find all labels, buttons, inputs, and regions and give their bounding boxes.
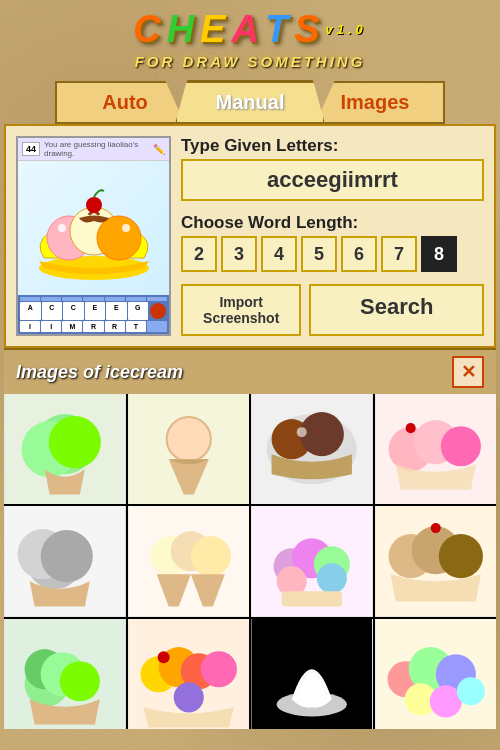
- length-btn-8[interactable]: 8: [421, 236, 457, 272]
- delete-key: [150, 303, 166, 319]
- svg-rect-41: [282, 592, 342, 607]
- length-btn-7[interactable]: 7: [381, 236, 417, 272]
- drawing-preview: 44 You are guessing liaoliao's drawing. …: [16, 136, 171, 336]
- grid-image-8[interactable]: [375, 506, 497, 616]
- grid-image-9[interactable]: [4, 619, 126, 729]
- grid-image-7[interactable]: [251, 506, 373, 616]
- letters-label: Type Given Letters:: [181, 136, 484, 201]
- app-subtitle: FOR DRAW SOMETHING: [0, 53, 500, 70]
- header: CHEATS v1.0 FOR DRAW SOMETHING: [0, 0, 500, 74]
- svg-point-67: [456, 677, 484, 705]
- screenshot-button[interactable]: Import Screenshot: [181, 284, 301, 336]
- svg-point-57: [173, 682, 203, 712]
- length-btn-5[interactable]: 5: [301, 236, 337, 272]
- grid-image-5[interactable]: [4, 506, 126, 616]
- images-header: Images of icecream ✕: [4, 348, 496, 394]
- images-title: Images of icecream: [16, 362, 183, 383]
- app-title: CHEATS v1.0: [0, 8, 500, 51]
- svg-point-13: [49, 416, 101, 468]
- svg-point-56: [200, 651, 236, 687]
- guess-text: You are guessing liaoliao's drawing.: [40, 140, 153, 158]
- grid-image-12[interactable]: [375, 619, 497, 729]
- controls-panel: Type Given Letters: Choose Word Length: …: [181, 136, 484, 336]
- drawing-area: [18, 161, 169, 295]
- preview-keyboard: A C C E E G I I M R R T: [18, 295, 169, 334]
- length-btn-2[interactable]: 2: [181, 236, 217, 272]
- svg-point-25: [440, 426, 480, 466]
- length-btn-4[interactable]: 4: [261, 236, 297, 272]
- svg-point-9: [122, 224, 130, 232]
- length-btn-3[interactable]: 3: [221, 236, 257, 272]
- svg-point-30: [41, 531, 93, 583]
- word-length-section: Choose Word Length: 2 3 4 5 6 7 8: [181, 213, 484, 272]
- svg-point-20: [300, 412, 344, 456]
- grid-image-10[interactable]: [128, 619, 250, 729]
- svg-point-46: [430, 524, 440, 534]
- svg-point-51: [60, 661, 100, 701]
- grid-image-3[interactable]: [251, 394, 373, 504]
- score-badge: 44: [22, 142, 40, 156]
- svg-point-26: [405, 423, 415, 433]
- length-buttons: 2 3 4 5 6 7 8: [181, 236, 484, 272]
- svg-point-7: [86, 197, 102, 213]
- tab-bar: Auto Manual Images: [0, 80, 500, 124]
- svg-point-8: [58, 224, 66, 232]
- pencil-icon: ✏️: [153, 144, 165, 155]
- grid-image-2[interactable]: [128, 394, 250, 504]
- tab-manual[interactable]: Manual: [175, 80, 325, 124]
- search-button[interactable]: Search: [309, 284, 484, 336]
- svg-point-58: [157, 651, 169, 663]
- main-panel: 44 You are guessing liaoliao's drawing. …: [4, 124, 496, 348]
- svg-point-40: [317, 564, 347, 594]
- grid-image-1[interactable]: [4, 394, 126, 504]
- letters-input[interactable]: [181, 159, 484, 201]
- length-btn-6[interactable]: 6: [341, 236, 377, 272]
- grid-image-11[interactable]: [251, 619, 373, 729]
- tab-auto[interactable]: Auto: [55, 81, 185, 124]
- action-buttons: Import Screenshot Search: [181, 284, 484, 336]
- svg-point-34: [190, 537, 230, 577]
- image-grid: [4, 394, 496, 729]
- tab-images[interactable]: Images: [315, 81, 445, 124]
- grid-image-4[interactable]: [375, 394, 497, 504]
- preview-header: 44 You are guessing liaoliao's drawing. …: [18, 138, 169, 161]
- images-section: Images of icecream ✕: [4, 348, 496, 729]
- svg-point-45: [438, 535, 482, 579]
- grid-image-6[interactable]: [128, 506, 250, 616]
- close-button[interactable]: ✕: [452, 356, 484, 388]
- svg-point-21: [297, 427, 307, 437]
